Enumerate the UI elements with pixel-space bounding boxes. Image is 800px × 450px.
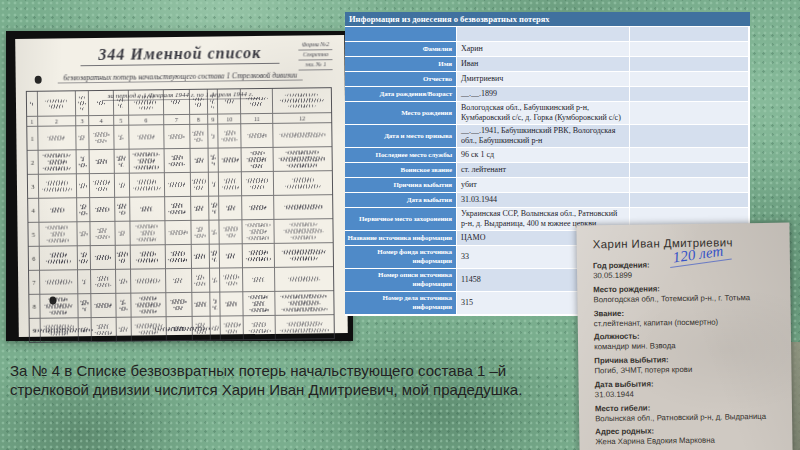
scan-cell: [220, 196, 243, 219]
row-value: убит: [457, 178, 629, 192]
scan-cell: [191, 245, 210, 268]
row-value: Иван: [457, 57, 629, 71]
scan-cell: [190, 125, 209, 148]
row-value: __.__.1941, Бабушкинский РВК, Вологодска…: [457, 125, 629, 147]
scan-cell: [91, 246, 116, 269]
scan-cell: [220, 220, 243, 243]
scan-cell: [131, 293, 166, 316]
scan-cell: [243, 220, 275, 243]
scan-cell: [190, 173, 209, 196]
card-field-value: 30.05.1899: [593, 271, 632, 281]
scan-cell: [275, 243, 333, 267]
memorial-card-photo: Харин Иван Дмитриевич 120 лет Год рожден…: [576, 223, 792, 450]
scan-cell: [114, 150, 129, 173]
scan-cell: [274, 147, 332, 171]
scanned-casualty-list: Форма №2 Секретно экз. № 1 344 Именной с…: [15, 35, 348, 337]
scan-cell: [191, 197, 210, 220]
row-label: [345, 27, 456, 41]
scan-cell: [273, 88, 331, 113]
scan-cell: [190, 149, 209, 172]
scan-cell: [220, 244, 243, 267]
row-label: Последнее место службы: [345, 148, 456, 162]
scan-cell: [243, 268, 275, 291]
scan-cell: [274, 171, 332, 195]
scan-cell: [210, 293, 221, 316]
scan-cell: [115, 198, 130, 221]
row-label: Фамилия: [345, 42, 456, 56]
scan-cell: [243, 244, 275, 267]
scan-cell: [39, 198, 77, 221]
card-field: Звание: ст.лейтенант, капитан (посмертно…: [594, 306, 777, 329]
scan-cell: [210, 245, 221, 268]
row-value: Дмитриевич: [457, 72, 629, 86]
scan-cell: [90, 174, 115, 197]
scan-cell: [131, 245, 166, 268]
table-row: Отчество Дмитриевич: [345, 72, 750, 86]
row-label: Дата выбытия: [345, 193, 456, 207]
scan-cell: [218, 89, 241, 113]
scan-cell: [242, 148, 274, 171]
scan-cell: [40, 294, 78, 317]
scan-cell: [90, 126, 115, 149]
scan-cell: [273, 123, 331, 147]
row-value: Харин: [457, 42, 629, 56]
row-label: Номер описи источника информации: [345, 269, 456, 291]
scan-cell: [129, 125, 164, 148]
table-row: [345, 27, 750, 41]
table-row: Имя Иван: [345, 57, 750, 71]
scan-cell: [77, 222, 91, 245]
scan-cell: [129, 149, 164, 172]
table-title: Информация из донесения о безвозвратных …: [345, 12, 750, 26]
scan-cell: [219, 172, 242, 195]
hole-punch: [49, 297, 56, 305]
scan-cell: [165, 173, 191, 196]
row-extra-cell: [630, 102, 748, 124]
row-value: Вологодская обл., Бабушкинский р-н, Кумб…: [457, 102, 629, 124]
row-label: Отчество: [345, 72, 456, 86]
scan-cell: 5: [28, 223, 39, 246]
card-field-value: Жена Харина Евдокия Марковна: [595, 436, 715, 447]
scan-cell: 6: [29, 247, 40, 270]
card-field-value: Погиб, ЗЧМТ, потеря крови: [594, 365, 692, 375]
scan-cell: [92, 294, 117, 317]
scan-cell: [38, 126, 76, 149]
scan-content: Форма №2 Секретно экз. № 1 344 Именной с…: [15, 35, 348, 337]
scan-cell: 8: [29, 295, 40, 318]
scan-cell: [165, 221, 191, 244]
scan-cell: 1: [27, 117, 38, 126]
scan-cell: [89, 91, 114, 115]
scan-cell: [130, 221, 165, 244]
scan-cell: 10: [219, 114, 242, 123]
scan-cell: [38, 174, 76, 197]
row-extra-cell: [630, 57, 748, 71]
hole-punch: [35, 76, 42, 84]
scan-cell: [27, 92, 38, 116]
scan-cell: [164, 90, 190, 114]
card-field: Причина выбытия: Погиб, ЗЧМТ, потеря кро…: [594, 354, 777, 377]
scan-table-row: 3: [28, 171, 332, 199]
scan-cell: 3: [76, 116, 90, 125]
row-value: ст. лейтенант: [457, 163, 629, 177]
scan-cell: 2: [38, 116, 76, 125]
row-extra-cell: [630, 87, 748, 101]
row-extra-cell: [630, 125, 748, 147]
card-field: Дата выбытия: 31.03.1944: [595, 377, 778, 400]
row-extra-cell: [630, 193, 748, 207]
scan-cell: [91, 270, 116, 293]
scan-cell: [189, 90, 208, 114]
row-extra-cell: [630, 163, 748, 177]
scan-cell: 11: [241, 114, 273, 123]
card-field-value: ст.лейтенант, капитан (посмертно): [594, 317, 718, 328]
scan-cell: [114, 126, 129, 149]
scan-cell: [77, 198, 91, 221]
scan-photo-frame: Форма №2 Секретно экз. № 1 344 Именной с…: [6, 31, 353, 341]
row-extra-cell: [630, 178, 748, 192]
scan-cell: [209, 221, 220, 244]
row-extra-cell: [630, 42, 748, 56]
row-label: Дата рождения/Возраст: [345, 87, 456, 101]
table-row: Последнее место службы 96 ск 1 сд: [345, 148, 750, 162]
row-label: Имя: [345, 57, 456, 71]
scan-title: 344 Именной список: [80, 44, 279, 66]
row-value: 96 ск 1 сд: [457, 148, 629, 162]
scan-cell: [244, 292, 276, 315]
